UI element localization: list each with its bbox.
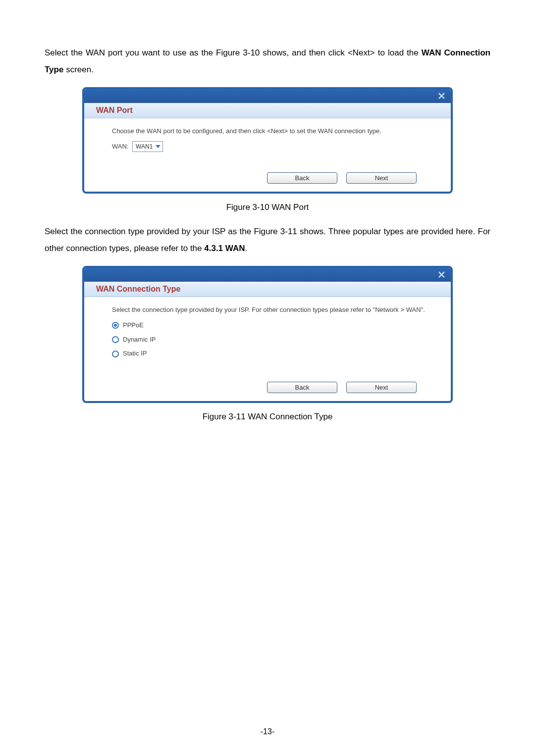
intro2-pre: Select the connection type provided by y… [45,227,490,253]
radio-icon[interactable] [112,322,119,329]
radio-icon[interactable] [112,351,119,357]
wan-select[interactable]: WAN1 [132,141,163,152]
wan-label: WAN: [112,143,128,150]
intro2-post: . [245,244,247,253]
dialog-buttons: Back Next [233,370,451,401]
close-icon[interactable]: ✕ [437,91,446,101]
dialog-body: Select the connection type provided by y… [84,297,451,370]
wan-conn-desc: Select the connection type provided by y… [112,304,439,316]
close-icon[interactable]: ✕ [437,270,446,280]
intro1-pre: Select the WAN port you want to use as t… [45,48,422,57]
page-number: -13- [0,727,535,736]
connection-type-label: PPPoE [123,319,144,332]
back-button[interactable]: Back [267,382,337,393]
dialog-title: WAN Port [84,103,451,118]
intro-paragraph-2: Select the connection type provided by y… [45,223,490,257]
intro2-bold: 4.3.1 WAN [204,244,245,253]
connection-type-option[interactable]: Dynamic IP [112,334,439,346]
connection-type-option[interactable]: PPPoE [112,319,439,332]
wan-port-desc: Choose the WAN port to be configured, an… [112,125,439,138]
next-button[interactable]: Next [346,172,417,184]
figure-caption-1: Figure 3-10 WAN Port [45,202,490,212]
dialog-title: WAN Connection Type [84,282,451,297]
dialog-body: Choose the WAN port to be configured, an… [84,118,451,160]
wan-conn-type-dialog: ✕ WAN Connection Type Select the connect… [82,266,453,403]
back-button[interactable]: Back [267,172,337,184]
next-button[interactable]: Next [346,382,417,393]
wan-port-dialog: ✕ WAN Port Choose the WAN port to be con… [82,87,453,194]
connection-type-option[interactable]: Static IP [112,348,439,360]
dialog-buttons: Back Next [233,160,451,192]
connection-type-radios: PPPoEDynamic IPStatic IP [112,319,439,360]
connection-type-label: Static IP [123,348,147,360]
intro1-post: screen. [63,65,93,74]
wan-select-value: WAN1 [136,141,153,152]
connection-type-label: Dynamic IP [123,334,156,346]
chevron-down-icon [156,145,160,148]
dialog-topbar: ✕ [84,89,451,103]
dialog-topbar: ✕ [84,268,451,282]
wan-select-row: WAN: WAN1 [112,141,439,153]
figure-caption-2: Figure 3-11 WAN Connection Type [45,412,490,422]
radio-icon[interactable] [112,336,119,343]
intro-paragraph-1: Select the WAN port you want to use as t… [45,45,490,78]
